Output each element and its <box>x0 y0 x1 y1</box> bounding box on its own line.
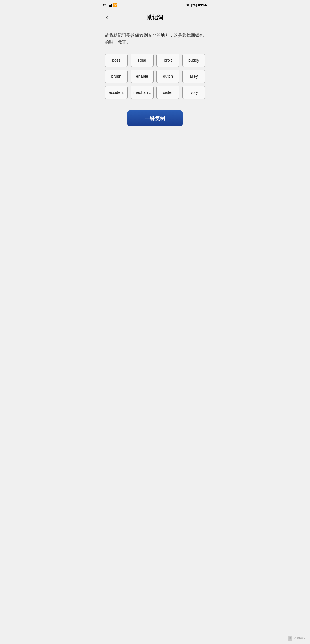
copy-all-button[interactable]: 一键复制 <box>127 110 183 126</box>
carrier-text: 26 <box>103 3 106 7</box>
mnemonic-word-11: sister <box>156 86 179 99</box>
status-right: 👁 [76] 09:56 <box>186 3 207 7</box>
eye-icon: 👁 <box>186 3 190 7</box>
back-button[interactable]: ‹ <box>105 13 109 22</box>
mnemonic-word-2: solar <box>131 54 154 67</box>
mnemonic-word-9: accident <box>105 86 128 99</box>
copy-button-wrapper: 一键复制 <box>105 110 205 126</box>
status-bar: 26 🛜 👁 [76] 09:56 <box>99 0 211 10</box>
mnemonic-word-5: brush <box>105 70 128 83</box>
mnemonic-word-1: boss <box>105 54 128 67</box>
wifi-icon: 🛜 <box>113 3 117 7</box>
signal-icon <box>108 3 112 7</box>
mnemonic-word-10: mechanic <box>131 86 154 99</box>
status-left: 26 🛜 <box>103 3 117 7</box>
description-text: 请将助记词妥善保管到安全的地方，这是您找回钱包的唯一凭证。 <box>105 32 205 46</box>
page-title: 助记词 <box>147 14 163 21</box>
mnemonic-word-4: buddy <box>182 54 205 67</box>
mnemonic-word-3: orbit <box>156 54 179 67</box>
mnemonic-word-7: dutch <box>156 70 179 83</box>
mnemonic-word-6: enable <box>131 70 154 83</box>
battery-level: 76 <box>192 3 195 7</box>
battery-icon: [76] <box>191 3 197 7</box>
main-content: 请将助记词妥善保管到安全的地方，这是您找回钱包的唯一凭证。 bosssolaro… <box>99 25 211 139</box>
time-display: 09:56 <box>198 3 207 7</box>
mnemonic-word-12: ivory <box>182 86 205 99</box>
nav-bar: ‹ 助记词 <box>99 10 211 25</box>
mnemonic-words-grid: bosssolarorbitbuddybrushenabledutchalley… <box>105 54 205 99</box>
mnemonic-word-8: alley <box>182 70 205 83</box>
